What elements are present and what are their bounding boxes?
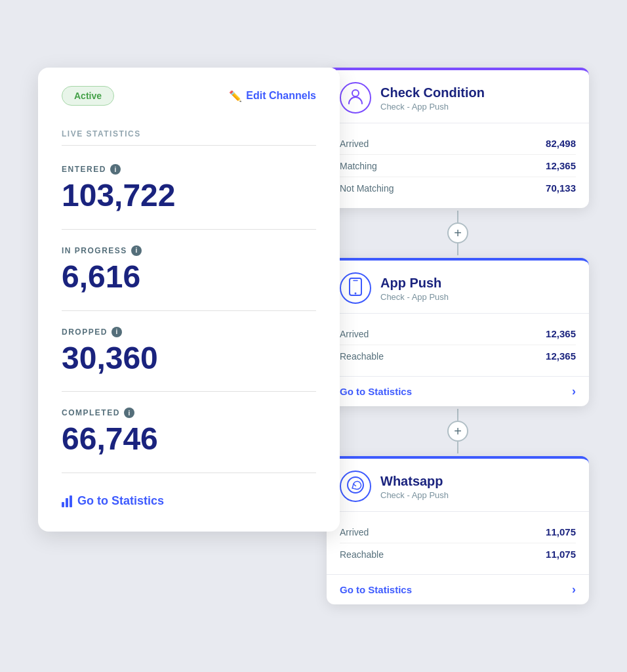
whatsapp-icon: [346, 476, 365, 497]
person-icon: [347, 88, 364, 108]
app-push-icon-circle: [340, 272, 371, 304]
arrived-value-3: 11,075: [546, 526, 576, 537]
whatsapp-title-group: Whatsapp Check - App Push: [380, 473, 449, 500]
not-matching-label: Not Matching: [340, 183, 394, 194]
completed-info-icon[interactable]: i: [124, 408, 134, 418]
active-badge: Active: [62, 86, 114, 106]
matching-value: 12,365: [546, 160, 576, 171]
connector-plus-1[interactable]: +: [447, 222, 468, 243]
svg-point-2: [355, 293, 357, 295]
svg-point-0: [352, 90, 359, 96]
in-progress-label-row: In Progress i: [62, 245, 316, 256]
bar-chart-icon: [62, 495, 72, 507]
check-condition-title: Check Condition: [380, 85, 485, 100]
whatsapp-icon-circle: [340, 471, 371, 502]
completed-stat-block: Completed i 66,746: [62, 408, 316, 473]
divider: [62, 145, 316, 146]
check-condition-title-group: Check Condition Check - App Push: [380, 85, 485, 112]
dropped-label: Dropped: [62, 327, 108, 337]
app-push-footer[interactable]: Go to Statistics ›: [327, 376, 589, 406]
reachable-label-1: Reachable: [340, 351, 384, 362]
in-progress-label: In Progress: [62, 246, 127, 255]
arrived-value-2: 12,365: [546, 328, 576, 339]
entered-info-icon[interactable]: i: [110, 164, 121, 175]
completed-value: 66,746: [62, 422, 316, 457]
whatsapp-arrived-row: Arrived 11,075: [340, 521, 576, 543]
go-statistics-button[interactable]: Go to Statistics: [62, 492, 164, 508]
app-push-go-statistics-label: Go to Statistics: [340, 386, 412, 397]
stat-section: Entered i 103,722 In Progress i 6,616 Dr…: [62, 164, 316, 473]
live-statistics-label: Live Statistics: [62, 129, 316, 138]
check-condition-not-matching-row: Not Matching 70,133: [340, 177, 576, 199]
in-progress-stat-block: In Progress i 6,616: [62, 245, 316, 311]
edit-channels-button[interactable]: ✏️ Edit Channels: [229, 90, 316, 102]
completed-label-row: Completed i: [62, 408, 316, 418]
app-push-header: App Push Check - App Push: [327, 261, 589, 313]
app-push-card: App Push Check - App Push Arrived 12,365…: [327, 258, 589, 406]
dropped-value: 30,360: [62, 341, 316, 376]
entered-label-row: Entered i: [62, 164, 316, 175]
whatsapp-go-statistics-label: Go to Statistics: [340, 584, 412, 595]
check-condition-arrived-row: Arrived 82,498: [340, 133, 576, 155]
left-panel-header: Active ✏️ Edit Channels: [62, 86, 316, 106]
dropped-info-icon[interactable]: i: [111, 327, 122, 337]
connector-1: +: [447, 208, 468, 258]
left-panel: Active ✏️ Edit Channels Live Statistics …: [38, 68, 340, 532]
in-progress-value: 6,616: [62, 260, 316, 295]
connector-line-1: [457, 211, 458, 222]
whatsapp-header: Whatsapp Check - App Push: [327, 459, 589, 511]
not-matching-value: 70,133: [546, 182, 576, 194]
check-condition-header: Check Condition Check - App Push: [327, 70, 589, 123]
connector-2: +: [447, 406, 468, 456]
app-push-stats: Arrived 12,365 Reachable 12,365: [327, 314, 589, 376]
dropped-stat-block: Dropped i 30,360: [62, 327, 316, 392]
whatsapp-subtitle: Check - App Push: [380, 490, 449, 500]
reachable-value-2: 11,075: [546, 549, 576, 560]
app-push-title-group: App Push Check - App Push: [380, 275, 449, 302]
whatsapp-card: Whatsapp Check - App Push Arrived 11,075…: [327, 456, 589, 604]
connector-line-2: [457, 409, 458, 421]
check-condition-icon-circle: [340, 82, 371, 114]
main-container: Active ✏️ Edit Channels Live Statistics …: [38, 68, 589, 604]
entered-stat-block: Entered i 103,722: [62, 164, 316, 230]
entered-value: 103,722: [62, 178, 316, 213]
arrived-value-1: 82,498: [546, 138, 576, 149]
in-progress-info-icon[interactable]: i: [131, 245, 142, 256]
check-condition-stats: Arrived 82,498 Matching 12,365 Not Match…: [327, 123, 589, 208]
check-condition-card: Check Condition Check - App Push Arrived…: [327, 68, 589, 208]
app-push-title: App Push: [380, 275, 449, 291]
completed-label: Completed: [62, 408, 120, 417]
arrived-label-1: Arrived: [340, 138, 369, 149]
reachable-value-1: 12,365: [546, 350, 576, 362]
app-push-chevron-icon: ›: [572, 385, 576, 398]
arrived-label-3: Arrived: [340, 527, 369, 537]
connector-line-2b: [457, 442, 458, 453]
reachable-label-2: Reachable: [340, 549, 384, 560]
check-condition-subtitle: Check - App Push: [380, 102, 485, 112]
dropped-label-row: Dropped i: [62, 327, 316, 337]
whatsapp-reachable-row: Reachable 11,075: [340, 543, 576, 565]
app-push-subtitle: Check - App Push: [380, 292, 449, 302]
check-condition-matching-row: Matching 12,365: [340, 155, 576, 177]
whatsapp-title: Whatsapp: [380, 473, 449, 489]
whatsapp-footer[interactable]: Go to Statistics ›: [327, 574, 589, 604]
connector-plus-2[interactable]: +: [447, 421, 468, 442]
connector-line-1b: [457, 243, 458, 255]
arrived-label-2: Arrived: [340, 329, 369, 339]
entered-label: Entered: [62, 165, 106, 174]
matching-label: Matching: [340, 161, 377, 171]
right-panel: Check Condition Check - App Push Arrived…: [327, 68, 589, 604]
whatsapp-chevron-icon: ›: [572, 583, 576, 597]
go-statistics-label: Go to Statistics: [77, 494, 164, 508]
phone-icon: [348, 278, 363, 299]
app-push-arrived-row: Arrived 12,365: [340, 323, 576, 345]
app-push-reachable-row: Reachable 12,365: [340, 345, 576, 367]
whatsapp-stats: Arrived 11,075 Reachable 11,075: [327, 512, 589, 574]
edit-channels-label: Edit Channels: [246, 90, 316, 102]
edit-icon: ✏️: [229, 90, 242, 102]
